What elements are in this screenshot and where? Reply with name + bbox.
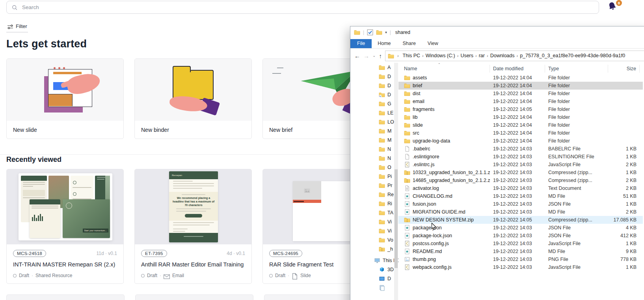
notifications-button[interactable]: 8 [607,1,620,14]
folder-file-icon [404,90,410,97]
ribbon-tab-view[interactable]: View [422,39,444,48]
breadcrumb-segment[interactable]: Windows (C:) [425,52,456,59]
tree-item[interactable]: D [350,72,398,81]
tree-item[interactable]: M [350,135,398,144]
tree-item-label: _h [387,246,393,252]
file-row[interactable]: fragments19-12-2022 14:05File folder [398,105,643,113]
file-row[interactable]: webpack.config.js19-12-2022 14:03JavaScr… [398,263,643,271]
breadcrumb-separator: › [516,53,519,58]
folder-icon [379,64,385,71]
new-binder-card[interactable]: New binder [134,58,252,139]
tree-item[interactable]: Vi [350,217,398,226]
tree-item[interactable]: Re [350,190,398,199]
back-button[interactable]: ← [354,53,360,59]
search-box[interactable] [6,1,599,14]
column-header-size[interactable]: Size [608,65,640,73]
file-name: thumb.png [398,256,490,262]
file-row[interactable]: .eslintrc.js19-12-2022 14:03JavaScript F… [398,161,643,169]
breadcrumb-segment[interactable]: Users [460,52,474,59]
file-row[interactable]: CHANGELOG.md19-12-2022 14:03MD File51 KB [398,192,643,200]
file-row[interactable]: brief19-12-2022 14:04File folder [398,82,643,90]
forward-button[interactable]: → [363,53,369,59]
tree-item[interactable]: ⇆D [350,90,398,99]
file-type: JavaScript File [545,264,608,270]
tree-item[interactable]: Pi [350,172,398,181]
file-row[interactable]: README.md19-12-2022 14:03MD File9 KB [398,248,643,255]
tree-item[interactable]: N [350,154,398,163]
qat-customize-icon[interactable]: ▾ [385,31,387,34]
tree-item-label: N [387,156,391,161]
page-title: Lets get started [6,38,87,50]
card-id-badge: MCS-24695 [269,250,302,257]
ribbon-tab-home[interactable]: Home [372,39,396,48]
file-row[interactable]: src19-12-2022 14:04File folder [398,129,643,137]
tree-item[interactable]: _h [350,244,398,253]
tree-item[interactable]: Vi [350,226,398,235]
tree-item[interactable]: O [350,163,398,172]
file-row[interactable]: .eslintignore19-12-2022 14:03ESLINTIGNOR… [398,153,643,161]
checkbox-toggle-icon[interactable] [367,29,373,36]
quick-access-folder-icon[interactable] [376,29,382,36]
new-slide-card[interactable]: ✓ New slide [6,58,124,139]
file-size: 778 KB [608,257,640,262]
tree-item[interactable]: M [350,126,398,135]
tree-item[interactable]: 3D [350,265,398,274]
file-type: MD File [545,249,608,254]
address-box[interactable]: › This PC›Windows (C:)›Users›rar›Downloa… [385,51,644,61]
recent-card[interactable]: Start your momentum... MCS-24518 11d · v… [6,169,124,284]
ribbon-tab-file[interactable]: File [350,39,372,48]
column-header-date-modified[interactable]: Date modified [490,65,545,73]
tree-item[interactable]: D [350,81,398,90]
tree-item[interactable]: D [350,274,398,283]
file-row[interactable]: postcss.config.js19-12-2022 14:03JavaScr… [398,240,643,248]
search-icon [11,4,18,11]
file-row[interactable]: email19-12-2022 14:04File folder [398,98,643,105]
file-row[interactable]: activator.log19-12-2022 14:03Text Docume… [398,184,643,192]
breadcrumb-segment[interactable]: p_75778_0_3_ea1f8e70-ee99-43de-980d-9a1f… [519,52,626,59]
file-name: .babelrc [398,146,490,152]
column-header-type[interactable]: Type [545,65,608,73]
tree-item[interactable] [350,283,398,292]
tree-scrollbar[interactable] [394,63,398,300]
computer-icon [374,257,380,264]
tree-item[interactable]: N [350,144,398,154]
file-row[interactable]: package-lock.json19-12-2022 14:03JSON Fi… [398,232,643,240]
tree-item[interactable]: LO [350,117,398,126]
file-row[interactable]: 10323_upgraded_fusion_to_2.1.1.zip19-12-… [398,169,643,176]
file-row[interactable]: thumb.png19-12-2022 14:03PNG File778 KB [398,255,643,263]
tree-item[interactable]: A [350,63,398,72]
recent-card[interactable]: Remepan We recommend placing a headline … [134,169,252,284]
tree-item[interactable]: LE [350,108,398,117]
file-date: 19-12-2022 14:04 [490,114,545,120]
file-row[interactable]: fusion.json19-12-2022 14:03JSON File1 KB [398,200,643,208]
page-icon [292,273,298,278]
tree-item[interactable]: G [350,99,398,108]
folder-icon [379,110,385,116]
column-header-name[interactable]: Name [398,65,490,73]
search-input[interactable] [21,4,594,11]
address-folder-icon [388,53,394,58]
breadcrumb-segment[interactable]: Downloads [490,52,516,59]
tree-item[interactable]: This PC [350,256,398,265]
file-row[interactable]: upgrade-log-data19-12-2022 14:04File fol… [398,137,643,145]
tree-item[interactable]: Pr [350,181,398,190]
tree-item[interactable]: Ri [350,199,398,208]
file-row[interactable]: .babelrc19-12-2022 14:03BABELRC File1 KB [398,145,643,153]
tree-item[interactable]: TA [350,208,398,217]
folder-icon [379,237,385,243]
history-dropdown-icon[interactable]: ⌄ [372,54,376,58]
up-button[interactable]: ↑ [379,53,382,59]
file-row[interactable]: MIGRATION GUIDE.md19-12-2022 14:03MD Fil… [398,208,643,216]
file-row[interactable]: 14685_upgraded_fusion_to_2.1.2.zip19-12-… [398,176,643,184]
file-size: 1 KB [608,201,640,207]
file-row[interactable]: lib19-12-2022 14:04File folder [398,113,643,121]
file-row[interactable]: assets19-12-2022 14:04File folder [398,74,643,82]
tree-item[interactable]: Vo [350,235,398,244]
file-row[interactable]: slide19-12-2022 14:04File folder [398,121,643,129]
explorer-titlebar[interactable]: | ▾ | shared [350,26,644,38]
breadcrumb-segment[interactable]: rar [478,52,486,59]
ribbon-tab-share[interactable]: Share [397,39,422,48]
filter-button[interactable]: Filter [6,23,28,32]
file-row[interactable]: dist19-12-2022 14:04File folder [398,90,643,98]
breadcrumb-segment[interactable]: This PC [402,52,421,59]
